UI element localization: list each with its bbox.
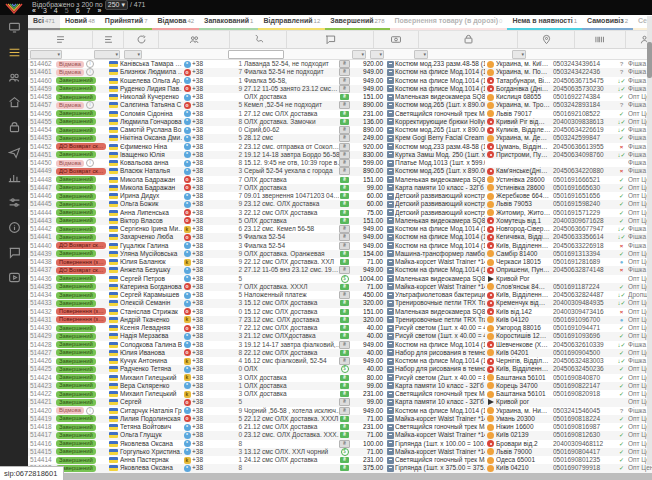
- table-row[interactable]: 514436 Завершений Сергей Петров * +38 5 …: [28, 275, 652, 283]
- video-play-icon[interactable]: [0, 265, 28, 290]
- info-icon[interactable]: i: [86, 407, 94, 415]
- pager-page-7[interactable]: 7: [87, 7, 91, 15]
- address-pin-icon[interactable]: [518, 31, 575, 48]
- table-row[interactable]: 514459 Завершений Руденко Лидия Пав… o +…: [28, 85, 652, 93]
- table-row[interactable]: 514438 Повернення (з… Юлия Баланюк k +38…: [28, 258, 652, 266]
- campaigns-send-icon[interactable]: [0, 140, 28, 165]
- table-row[interactable]: 514420 Відмоваi Ситарчук Наталія Гр… * +…: [28, 407, 652, 415]
- tab-7[interactable]: Повернення товару (в дорозі)0: [390, 15, 508, 30]
- stats-chart-icon[interactable]: [0, 165, 28, 190]
- ttn-barcode-icon[interactable]: [575, 31, 626, 48]
- payment-filter-dropdown[interactable]: ▾: [370, 50, 384, 59]
- products-bag-icon[interactable]: [419, 31, 518, 48]
- tab-2[interactable]: Прийнятий7: [100, 15, 153, 30]
- status-filter-dropdown[interactable]: ▾: [30, 50, 62, 59]
- table-row[interactable]: 514462 Відмоваi Канівська Тамара … * +38…: [28, 60, 652, 68]
- table-row[interactable]: 514446 Завершений Ирина Дидух * +38 7 09…: [28, 192, 652, 200]
- tab-0[interactable]: Всі471: [28, 15, 60, 30]
- table-row[interactable]: 514422 Завершений Михаил Гилецький k +38…: [28, 390, 652, 398]
- table-row[interactable]: 514443 Завершений Віктор Власов o +38 5 …: [28, 217, 652, 225]
- table-row[interactable]: 514448 Завершений Микола Бадражан o +38 …: [28, 176, 652, 184]
- table-row[interactable]: 514445 Завершений Ольга Божик * +38 9 23…: [28, 200, 652, 208]
- table-row[interactable]: 514418 Завершений Тетяна Войтович * +38 …: [28, 423, 652, 431]
- phone-handset-icon[interactable]: [230, 31, 287, 48]
- payment-banknote-icon[interactable]: [374, 31, 419, 48]
- table-row[interactable]: 514447 Завершений Микола Бадражан o +38 …: [28, 184, 652, 192]
- scrollbar-thumb[interactable]: [647, 42, 652, 78]
- table-row[interactable]: 514432 Повернення (з… Станіслав Стрижак …: [28, 308, 652, 316]
- info-icon[interactable]: i: [86, 68, 94, 76]
- table-row[interactable]: 514435 Завершений Катерина Богданова o +…: [28, 283, 652, 291]
- product-filter-dropdown[interactable]: ▾: [414, 50, 428, 59]
- info-icon[interactable]: [0, 215, 28, 240]
- tab-3[interactable]: Відмова42: [152, 15, 199, 30]
- table-row[interactable]: 514442 Завершений Сергієнко Ірина Ми… k …: [28, 225, 652, 233]
- settings-sliders-icon[interactable]: [0, 190, 28, 215]
- call-refresh-icon[interactable]: [124, 31, 159, 48]
- table-row[interactable]: 514449 ДО Возврат ск… Власюк Наталья * +…: [28, 167, 652, 175]
- table-row[interactable]: 514433 Завершений Олексій Семанін * +38 …: [28, 299, 652, 307]
- address-filter-dropdown[interactable]: ▾: [512, 50, 526, 59]
- table-row[interactable]: 514417 Завершений Ольга Глущук * +38 0 2…: [28, 431, 652, 439]
- tab-8[interactable]: Нема в наявності1: [507, 15, 582, 30]
- orders-menu-icon[interactable]: [0, 40, 28, 65]
- pager-page-6[interactable]: 6: [76, 7, 80, 15]
- table-row[interactable]: 514461 Відмоваi Близнюк Людмила … o +38 …: [28, 68, 652, 76]
- tab-4[interactable]: Запакований1: [199, 15, 258, 30]
- table-row[interactable]: 514425 Завершений Радченко Тетяна * +38 …: [28, 365, 652, 373]
- table-row[interactable]: 514427 Завершений Юлия Иванова o +38 8 2…: [28, 349, 652, 357]
- table-row[interactable]: 514434 Завершений Сергей Карамышев * +38…: [28, 291, 652, 299]
- table-row[interactable]: 514455 Завершений Людмила Гончарова * +3…: [28, 118, 652, 126]
- pager-page-5[interactable]: 5: [65, 7, 69, 15]
- table-row[interactable]: 514451 Завершений Іващенко Юлія * +38 2 …: [28, 151, 652, 159]
- phone-filter-input[interactable]: [228, 50, 284, 59]
- tab-5[interactable]: Відправлений12: [258, 15, 325, 30]
- tab-9[interactable]: Самовивіз2: [582, 15, 633, 30]
- pager-page-3[interactable]: 3: [43, 7, 47, 15]
- table-row[interactable]: 514415 Завершений Горгулько Христина… * …: [28, 448, 652, 456]
- table-row[interactable]: 514419 Завершений Лилия Подолинская o +3…: [28, 415, 652, 423]
- info-icon[interactable]: i: [86, 60, 94, 68]
- table-row[interactable]: 514431 Повернення (з… Андрій Ткаченко k …: [28, 316, 652, 324]
- vertical-scrollbar[interactable]: [647, 16, 652, 465]
- shop-home-icon[interactable]: [0, 90, 28, 115]
- call-filter-dropdown[interactable]: ▾: [124, 50, 142, 59]
- tab-6[interactable]: Завершений278: [325, 15, 389, 30]
- table-row[interactable]: 514429 Завершений Надія Мерзаєва * +38 3…: [28, 332, 652, 340]
- table-row[interactable]: 514452 ДО Возврат ск… Єфименко Ніна * +3…: [28, 143, 652, 151]
- table-row[interactable]: 514439 Завершений Уляна Мусійовська * +3…: [28, 250, 652, 258]
- table-row[interactable]: 514428 Завершений Солодкова Галина В… * …: [28, 341, 652, 349]
- table-row[interactable]: 514457 Відмоваi Салєгина Татьяна С… o +3…: [28, 101, 652, 109]
- table-row[interactable]: 514444 Завершений Анна Липенська o +38 3…: [28, 209, 652, 217]
- info-icon[interactable]: i: [86, 101, 94, 109]
- client-people-icon[interactable]: [159, 31, 230, 48]
- table-row[interactable]: 514424 Завершений Михаил Гилецький k +38…: [28, 374, 652, 382]
- products-bag-icon[interactable]: [0, 115, 28, 140]
- comment-filter-dropdown[interactable]: ▾: [352, 50, 366, 59]
- table-row[interactable]: 514421 Завершений Сергей o +38 5 ₴ 99.00…: [28, 398, 652, 406]
- campaign-filter-dropdown[interactable]: ▾: [94, 50, 120, 59]
- table-row[interactable]: 514450 Відмоваi Ковальова анна * +38 8 1…: [28, 159, 652, 167]
- table-row[interactable]: 514437 ДО Возврат ск… Анжела Безушку * +…: [28, 266, 652, 274]
- table-row[interactable]: 514426 Завершений Кучук Антонина k +38 4…: [28, 357, 652, 365]
- table-row[interactable]: 514414 Завершений Анна Пастернак k +38 1…: [28, 456, 652, 464]
- table-row[interactable]: 514441 Завершений Захарченко Люба o +38 …: [28, 233, 652, 241]
- table-row[interactable]: 514440 ДО Возврат ск… Гуцалюк Галина * +…: [28, 242, 652, 250]
- table-row[interactable]: 514454 Завершений Самотій Руслана Во… * …: [28, 126, 652, 134]
- info-icon[interactable]: i: [86, 159, 94, 167]
- feedback-chat-icon[interactable]: [0, 240, 28, 265]
- pager-first-icon[interactable]: «: [32, 7, 36, 15]
- pager-last-icon[interactable]: »: [97, 7, 101, 15]
- comment-bubble-icon[interactable]: [287, 31, 374, 48]
- table-row[interactable]: 514460 Завершений Кошелева Ольга Ар… * +…: [28, 77, 652, 85]
- status-list-icon[interactable]: [28, 31, 93, 48]
- app-logo-icon[interactable]: [4, 1, 24, 19]
- tab-1[interactable]: Новий48: [60, 15, 100, 30]
- table-row[interactable]: 514458 Завершений Николай Кучеренко * +3…: [28, 93, 652, 101]
- table-row[interactable]: 514430 Завершений Ксенія Левадняя o +38 …: [28, 324, 652, 332]
- table-row[interactable]: 514423 Завершений Вера Скляренко * +38 1…: [28, 382, 652, 390]
- table-row[interactable]: 514456 Завершений Соломія Сідоніна * +38…: [28, 110, 652, 118]
- campaign-list-icon[interactable]: [93, 31, 124, 48]
- table-row[interactable]: 514453 Завершений Нікітіна Оксана Дми… *…: [28, 134, 652, 142]
- table-row[interactable]: 514413 Завершений Яковлева Оксана * +38 …: [28, 464, 652, 472]
